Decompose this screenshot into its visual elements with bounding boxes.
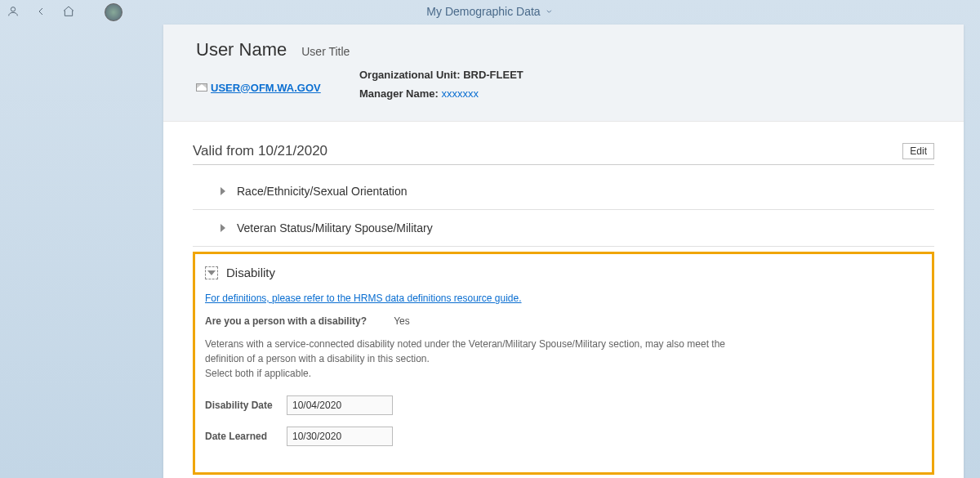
body-area: Valid from 10/21/2020 Edit Race/Ethnicit… <box>163 122 964 475</box>
email-link[interactable]: USER@OFM.WA.GOV <box>211 82 321 94</box>
disability-date-row: Disability Date <box>205 395 922 415</box>
org-unit-value: BRD-FLEET <box>463 69 523 81</box>
disability-note: Veterans with a service-connected disabi… <box>205 337 728 381</box>
header-panel: User Name User Title USER@OFM.WA.GOV Org… <box>163 25 964 122</box>
disability-section-highlight: Disability For definitions, please refer… <box>193 252 934 475</box>
valid-from-text: Valid from 10/21/2020 <box>193 143 327 159</box>
disability-question: Are you a person with a disability? <box>205 315 367 327</box>
user-name: User Name <box>196 39 287 60</box>
section-disability-header[interactable]: Disability <box>205 261 922 288</box>
section-disability-label: Disability <box>226 266 275 279</box>
chevron-down-icon <box>546 7 554 16</box>
manager-field: Manager Name: xxxxxxx <box>359 87 931 100</box>
date-learned-row: Date Learned <box>205 427 922 446</box>
manager-label: Manager Name: <box>359 87 439 100</box>
disability-date-label: Disability Date <box>205 400 287 411</box>
chevron-right-icon <box>220 187 225 195</box>
user-title: User Title <box>301 45 350 58</box>
date-learned-input[interactable] <box>287 427 393 446</box>
home-icon[interactable] <box>62 5 75 20</box>
user-icon[interactable] <box>7 5 20 20</box>
page-title-dropdown[interactable]: My Demographic Data <box>426 5 553 18</box>
disability-question-row: Are you a person with a disability? Yes <box>205 315 922 327</box>
page-title: My Demographic Data <box>426 5 540 18</box>
state-seal-icon <box>105 3 122 21</box>
back-icon[interactable] <box>34 5 47 20</box>
date-learned-label: Date Learned <box>205 431 287 442</box>
manager-value[interactable]: xxxxxxx <box>441 87 479 100</box>
content-card: User Name User Title USER@OFM.WA.GOV Org… <box>163 25 964 478</box>
chevron-down-box <box>205 266 218 279</box>
org-unit-label: Organizational Unit: <box>359 69 461 81</box>
section-veteran-label: Veteran Status/Military Spouse/Military <box>237 221 433 235</box>
chevron-down-icon <box>207 270 216 275</box>
definitions-link[interactable]: For definitions, please refer to the HRM… <box>205 293 922 304</box>
section-race-label: Race/Ethnicity/Sexual Orientation <box>237 185 408 198</box>
disability-answer: Yes <box>394 315 410 327</box>
svg-point-0 <box>11 7 15 11</box>
section-race[interactable]: Race/Ethnicity/Sexual Orientation <box>193 173 934 210</box>
edit-button[interactable]: Edit <box>902 143 934 159</box>
email-block: USER@OFM.WA.GOV <box>196 69 359 106</box>
section-veteran[interactable]: Veteran Status/Military Spouse/Military <box>193 210 934 247</box>
chevron-right-icon <box>220 224 225 232</box>
org-unit-field: Organizational Unit: BRD-FLEET <box>359 69 931 81</box>
mail-icon <box>196 83 207 92</box>
valid-from-row: Valid from 10/21/2020 Edit <box>193 143 934 165</box>
top-icons <box>7 3 122 21</box>
disability-date-input[interactable] <box>287 395 393 415</box>
top-bar: My Demographic Data <box>0 0 980 25</box>
